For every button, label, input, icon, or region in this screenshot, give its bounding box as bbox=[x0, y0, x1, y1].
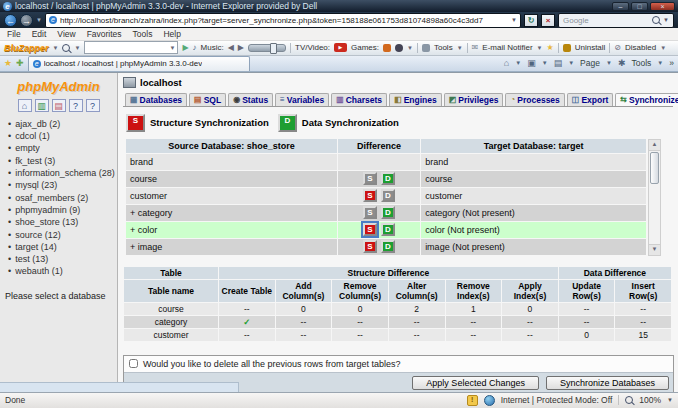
tools-command-dropdown-icon[interactable]: ▼ bbox=[657, 60, 663, 66]
close-button[interactable]: × bbox=[650, 2, 675, 11]
minimize-button[interactable]: – bbox=[612, 2, 629, 11]
menu-tools[interactable]: Tools bbox=[133, 29, 153, 39]
tools-menu[interactable]: Tools bbox=[434, 43, 453, 52]
security-report-icon[interactable]: ! bbox=[467, 395, 478, 406]
volume-slider[interactable] bbox=[248, 44, 286, 52]
pma-docs-icon[interactable]: ▤ bbox=[52, 99, 66, 112]
stop-button[interactable]: × bbox=[541, 14, 555, 27]
games-dropdown-icon[interactable]: ▼ bbox=[407, 45, 413, 51]
zoom-icon[interactable] bbox=[625, 396, 633, 404]
structure-sync-button[interactable]: S bbox=[363, 240, 377, 253]
search-input[interactable]: Google ▼ bbox=[558, 13, 674, 28]
db-link[interactable]: mysql (23) bbox=[15, 179, 57, 191]
add-favorite-icon[interactable]: ✚ bbox=[16, 58, 24, 68]
play-icon[interactable]: ▶ bbox=[182, 43, 188, 52]
toolbar-brand-logo[interactable]: BluZapper bbox=[4, 43, 49, 53]
db-link[interactable]: empty bbox=[15, 142, 40, 154]
youtube-icon[interactable]: ▶ bbox=[334, 43, 347, 52]
star-icon[interactable]: ★ bbox=[547, 43, 554, 52]
structure-sync-button[interactable]: S bbox=[363, 223, 377, 236]
menu-favorites[interactable]: Favorites bbox=[87, 29, 122, 39]
forward-button[interactable]: → bbox=[20, 14, 33, 27]
prev-track-icon[interactable]: ◀ bbox=[228, 43, 234, 52]
feeds-icon[interactable]: ▣ bbox=[527, 58, 536, 68]
game-target-icon[interactable] bbox=[395, 44, 403, 52]
db-link[interactable]: source (12) bbox=[15, 229, 61, 241]
refresh-button[interactable]: ↻ bbox=[524, 14, 538, 27]
print-dropdown-icon[interactable]: ▼ bbox=[568, 60, 574, 66]
mysql-docs-icon[interactable]: ? bbox=[86, 99, 100, 112]
favorites-icon[interactable]: ★ bbox=[4, 58, 12, 68]
structure-sync-button[interactable]: S bbox=[363, 172, 377, 185]
db-link[interactable]: webauth (1) bbox=[15, 265, 63, 277]
tab-databases[interactable]: ▦Databases bbox=[125, 93, 187, 106]
tools-dropdown-icon[interactable]: ▼ bbox=[457, 45, 463, 51]
home-dropdown-icon[interactable]: ▼ bbox=[515, 60, 521, 66]
table-scrollbar[interactable]: ▲ ▼ bbox=[648, 139, 661, 256]
more-commands-chevron[interactable]: » bbox=[669, 58, 674, 68]
sql-docs-icon[interactable]: ? bbox=[69, 99, 83, 112]
address-dropdown-icon[interactable]: ▼ bbox=[511, 17, 517, 23]
recent-pages-dropdown-icon[interactable]: ▼ bbox=[36, 17, 42, 23]
page-dropdown-icon[interactable]: ▼ bbox=[606, 60, 612, 66]
game-icon[interactable] bbox=[383, 44, 391, 52]
db-link[interactable]: target (14) bbox=[15, 241, 57, 253]
db-link[interactable]: cdcol (1) bbox=[15, 130, 50, 142]
uninstall-button[interactable]: Uninstall bbox=[575, 43, 606, 52]
delete-rows-label[interactable]: Would you like to delete all the previou… bbox=[143, 359, 400, 369]
next-track-icon[interactable]: ▶ bbox=[238, 43, 244, 52]
disabled-menu[interactable]: Disabled bbox=[625, 43, 656, 52]
db-link[interactable]: phpmyadmin (9) bbox=[15, 204, 80, 216]
home-icon[interactable]: ⌂ bbox=[504, 58, 509, 68]
synchronize-databases-button[interactable]: Synchronize Databases bbox=[546, 376, 669, 390]
db-link[interactable]: shoe_store (13) bbox=[15, 216, 78, 228]
scrollbar-thumb[interactable] bbox=[650, 152, 659, 184]
delete-rows-checkbox[interactable] bbox=[129, 359, 138, 368]
menu-file[interactable]: File bbox=[7, 29, 21, 39]
tab-charsets[interactable]: ▥Charsets bbox=[331, 93, 387, 106]
page-menu[interactable]: Page bbox=[580, 58, 600, 68]
tab-status[interactable]: ◉Status bbox=[228, 93, 273, 106]
db-link[interactable]: osaf_members (2) bbox=[15, 192, 88, 204]
feeds-dropdown-icon[interactable]: ▼ bbox=[542, 60, 548, 66]
query-window-icon[interactable]: ▥ bbox=[35, 99, 49, 112]
tools-command-menu[interactable]: Tools bbox=[631, 58, 651, 68]
search-provider-dropdown-icon[interactable]: ▼ bbox=[663, 17, 669, 23]
menu-edit[interactable]: Edit bbox=[32, 29, 47, 39]
brand-dropdown-icon[interactable]: ▼ bbox=[53, 45, 59, 51]
tab-synchronize[interactable]: ⇆Synchronize bbox=[615, 93, 678, 106]
browser-tab[interactable]: e localhost / localhost | phpMyAdmin 3.3… bbox=[28, 56, 250, 71]
search-icon[interactable] bbox=[652, 16, 660, 24]
db-link[interactable]: test (13) bbox=[15, 253, 48, 265]
email-dropdown-icon[interactable]: ▼ bbox=[537, 45, 543, 51]
volume-slider-thumb[interactable] bbox=[270, 43, 277, 54]
toolbar-search-dropdown-icon[interactable]: ▼ bbox=[74, 45, 80, 51]
scroll-down-icon[interactable]: ▼ bbox=[649, 244, 660, 255]
print-icon[interactable]: ▤ bbox=[554, 58, 563, 68]
db-link[interactable]: ajax_db (2) bbox=[15, 118, 60, 130]
tab-variables[interactable]: ≡Variables bbox=[275, 93, 329, 106]
zoom-dropdown-icon[interactable]: ▼ bbox=[667, 397, 673, 403]
menu-help[interactable]: Help bbox=[163, 29, 180, 39]
data-sync-button[interactable]: D bbox=[381, 189, 395, 202]
data-sync-button[interactable]: D bbox=[381, 206, 395, 219]
tab-privileges[interactable]: ◩Privileges bbox=[444, 93, 504, 106]
address-input[interactable]: e http://localhost/branch/zahra/index.ph… bbox=[45, 13, 521, 28]
apply-selected-changes-button[interactable]: Apply Selected Changes bbox=[412, 376, 539, 390]
back-button[interactable]: ← bbox=[4, 14, 17, 27]
tab-engines[interactable]: ◧Engines bbox=[389, 93, 442, 106]
structure-sync-button[interactable]: S bbox=[363, 206, 377, 219]
tab-export[interactable]: ◫Export bbox=[567, 93, 613, 106]
menu-view[interactable]: View bbox=[57, 29, 75, 39]
db-link[interactable]: information_schema (28) bbox=[15, 167, 115, 179]
email-notifier-menu[interactable]: E-mail Notifier bbox=[482, 43, 532, 52]
data-sync-button[interactable]: D bbox=[381, 223, 395, 236]
phpmyadmin-logo[interactable]: phpMyAdmin bbox=[2, 76, 115, 99]
toolbar-combobox[interactable]: ▼ bbox=[84, 41, 178, 54]
home-icon[interactable]: ⌂ bbox=[18, 99, 32, 112]
data-sync-button[interactable]: D bbox=[381, 240, 395, 253]
tab-sql[interactable]: ▤SQL bbox=[189, 93, 226, 106]
tab-processes[interactable]: ◔Processes bbox=[505, 93, 564, 106]
scroll-up-icon[interactable]: ▲ bbox=[649, 140, 660, 151]
db-link[interactable]: fk_test (3) bbox=[15, 155, 55, 167]
